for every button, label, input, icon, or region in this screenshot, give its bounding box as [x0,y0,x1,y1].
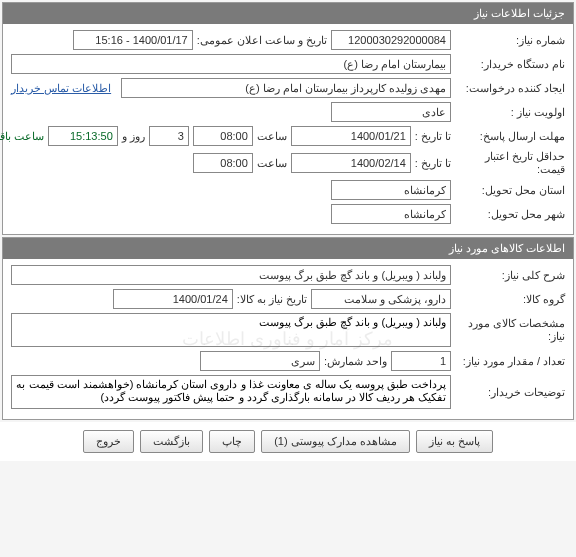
validity-time-field[interactable] [193,153,253,173]
city-field[interactable] [331,204,451,224]
city-label: شهر محل تحویل: [455,208,565,221]
notes-field[interactable] [11,375,451,409]
notes-label: توضیحات خریدار: [455,386,565,399]
need-number-field[interactable] [331,30,451,50]
back-button[interactable]: بازگشت [140,430,203,453]
need-number-label: شماره نیاز: [455,34,565,47]
requester-field[interactable] [121,78,451,98]
deadline-date-field[interactable] [291,126,411,146]
days-label: روز و [122,130,145,143]
goods-info-panel: اطلاعات کالاهای مورد نیاز شرح کلی نیاز: … [2,237,574,420]
validity-label: حداقل تاریخ اعتبار قیمت: [455,150,565,176]
print-button[interactable]: چاپ [209,430,255,453]
validity-to-date-label: تا تاریخ : [415,157,451,170]
group-field[interactable] [311,289,451,309]
deadline-time-label: ساعت [257,130,287,143]
unit-label: واحد شمارش: [324,355,387,368]
priority-field[interactable] [331,102,451,122]
validity-time-label: ساعت [257,157,287,170]
action-button-bar: پاسخ به نیاز مشاهده مدارک پیوستی (1) چاپ… [0,422,576,461]
days-field[interactable] [149,126,189,146]
desc-label: شرح کلی نیاز: [455,269,565,282]
province-label: استان محل تحویل: [455,184,565,197]
exit-button[interactable]: خروج [83,430,134,453]
spec-field[interactable] [11,313,451,347]
buyer-contact-link[interactable]: اطلاعات تماس خریدار [11,82,111,95]
deadline-label: مهلت ارسال پاسخ: [455,130,565,143]
qty-label: تعداد / مقدار مورد نیاز: [455,355,565,368]
reply-button[interactable]: پاسخ به نیاز [416,430,493,453]
attachments-button[interactable]: مشاهده مدارک پیوستی (1) [261,430,410,453]
desc-field[interactable] [11,265,451,285]
announce-field[interactable] [73,30,193,50]
goods-info-header: اطلاعات کالاهای مورد نیاز [3,238,573,259]
deadline-time-field[interactable] [193,126,253,146]
buyer-field[interactable] [11,54,451,74]
to-date-label: تا تاریخ : [415,130,451,143]
requester-label: ایجاد کننده درخواست: [455,82,565,95]
need-date-label: تاریخ نیاز به کالا: [237,293,307,306]
announce-label: تاریخ و ساعت اعلان عمومی: [197,34,327,47]
remaining-time-field [48,126,118,146]
need-details-header: جزئیات اطلاعات نیاز [3,3,573,24]
need-details-panel: جزئیات اطلاعات نیاز شماره نیاز: تاریخ و … [2,2,574,235]
validity-date-field[interactable] [291,153,411,173]
spec-label: مشخصات کالای مورد نیاز: [455,317,565,343]
buyer-label: نام دستگاه خریدار: [455,58,565,71]
need-date-field[interactable] [113,289,233,309]
remaining-label: ساعت باقی مانده [0,130,44,143]
unit-field[interactable] [200,351,320,371]
qty-field[interactable] [391,351,451,371]
group-label: گروه کالا: [455,293,565,306]
priority-label: اولویت نیاز : [455,106,565,119]
province-field[interactable] [331,180,451,200]
